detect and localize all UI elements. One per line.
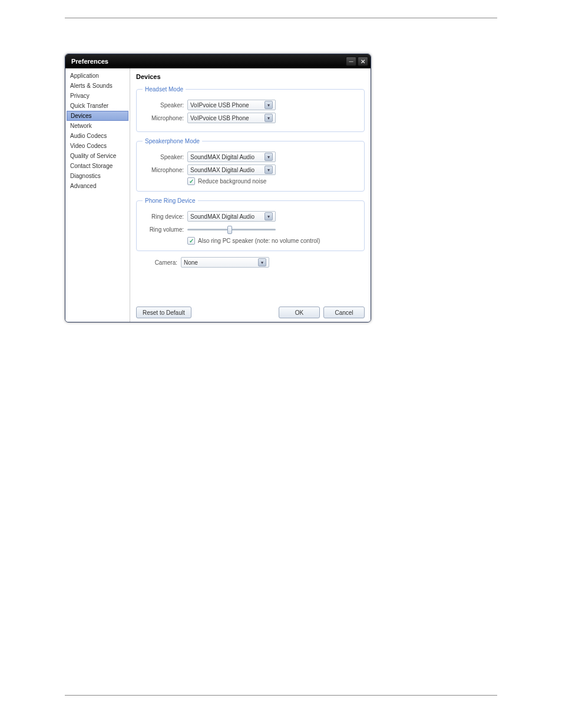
ok-button[interactable]: OK [279,307,320,318]
speakerphone-mode-group: Speakerphone Mode Speaker: SoundMAX Digi… [136,138,365,192]
minimize-button[interactable]: ─ [346,57,356,66]
titlebar[interactable]: Preferences ─ ✕ [65,54,371,68]
chevron-down-icon: ▾ [265,114,273,122]
speakerphone-speaker-dropdown[interactable]: SoundMAX Digital Audio ▾ [187,151,276,162]
headset-legend: Headset Mode [143,86,186,93]
camera-dropdown[interactable]: None ▾ [181,257,269,268]
preferences-window: Preferences ─ ✕ Application Alerts & Sou… [65,54,371,322]
sidebar-item-devices[interactable]: Devices [67,111,128,121]
speakerphone-mic-dropdown[interactable]: SoundMAX Digital Audio ▾ [187,164,276,175]
ring-legend: Phone Ring Device [143,197,198,204]
also-ring-pc-speaker-checkbox[interactable]: ✓ [187,237,195,245]
close-button[interactable]: ✕ [358,57,368,66]
speakerphone-speaker-label: Speaker: [143,154,184,160]
headset-mode-group: Headset Mode Speaker: VoIPvoice USB Phon… [136,86,365,132]
chevron-down-icon: ▾ [265,153,273,161]
reduce-noise-checkbox[interactable]: ✓ [187,177,195,185]
slider-thumb[interactable] [227,226,232,234]
headset-mic-label: Microphone: [143,115,184,121]
also-ring-pc-speaker-label: Also ring PC speaker (note: no volume co… [198,238,320,244]
ring-volume-slider[interactable] [187,224,276,235]
speakerphone-legend: Speakerphone Mode [143,138,202,144]
main-panel: Devices Headset Mode Speaker: VoIPvoice … [130,68,371,322]
headset-speaker-dropdown[interactable]: VoIPvoice USB Phone ▾ [187,100,276,110]
chevron-down-icon: ▾ [265,212,273,220]
window-title: Preferences [71,58,345,65]
sidebar-item-application[interactable]: Application [65,71,130,81]
reduce-noise-label: Reduce background noise [198,178,266,185]
ring-device-dropdown[interactable]: SoundMAX Digital Audio ▾ [187,211,276,222]
chevron-down-icon: ▾ [265,101,273,109]
camera-label: Camera: [136,259,177,266]
chevron-down-icon: ▾ [265,166,273,174]
chevron-down-icon: ▾ [258,258,266,266]
sidebar-item-quality-of-service[interactable]: Quality of Service [65,151,130,161]
sidebar-item-advanced[interactable]: Advanced [65,181,130,191]
ring-device-label: Ring device: [143,213,184,220]
sidebar: Application Alerts & Sounds Privacy Quic… [65,68,130,322]
sidebar-item-alerts-sounds[interactable]: Alerts & Sounds [65,81,130,91]
sidebar-item-privacy[interactable]: Privacy [65,91,130,101]
ring-volume-label: Ring volume: [143,226,184,233]
headset-speaker-label: Speaker: [143,102,184,108]
phone-ring-device-group: Phone Ring Device Ring device: SoundMAX … [136,197,365,251]
panel-title: Devices [136,73,365,80]
speakerphone-mic-label: Microphone: [143,167,184,173]
headset-mic-dropdown[interactable]: VoIPvoice USB Phone ▾ [187,113,276,123]
sidebar-item-network[interactable]: Network [65,121,130,131]
sidebar-item-diagnostics[interactable]: Diagnostics [65,171,130,181]
cancel-button[interactable]: Cancel [323,307,365,318]
sidebar-item-quick-transfer[interactable]: Quick Transfer [65,101,130,111]
sidebar-item-contact-storage[interactable]: Contact Storage [65,161,130,171]
sidebar-item-audio-codecs[interactable]: Audio Codecs [65,131,130,141]
dialog-footer: Reset to Default OK Cancel [136,303,365,318]
reset-to-default-button[interactable]: Reset to Default [136,307,191,318]
sidebar-item-video-codecs[interactable]: Video Codecs [65,141,130,151]
